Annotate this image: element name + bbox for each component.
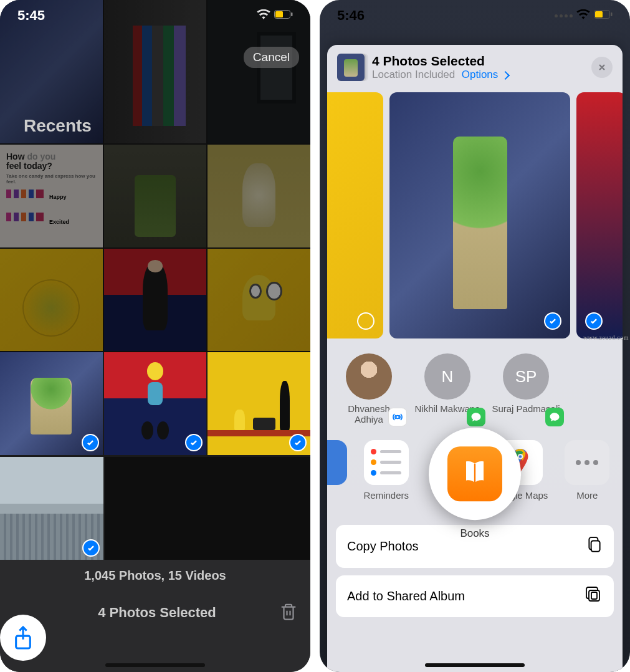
contact-item[interactable]: SP Suraj Padmasali bbox=[492, 353, 560, 425]
svg-rect-5 bbox=[595, 11, 603, 17]
wifi-icon bbox=[257, 9, 270, 22]
svg-point-11 bbox=[585, 460, 589, 465]
photo-thumb-selected[interactable] bbox=[208, 352, 310, 455]
share-preview-strip[interactable] bbox=[327, 87, 623, 347]
share-sheet-title: 4 Photos Selected bbox=[372, 54, 584, 69]
svg-rect-2 bbox=[275, 11, 283, 17]
shared-album-icon bbox=[585, 587, 603, 606]
status-time: 5:45 bbox=[17, 7, 45, 24]
home-indicator[interactable] bbox=[105, 663, 205, 667]
checkmark-icon[interactable] bbox=[544, 312, 561, 330]
label-happy: Happy bbox=[49, 194, 67, 200]
checkmark-icon bbox=[82, 539, 100, 557]
messages-icon bbox=[545, 408, 564, 426]
share-preview-thumb bbox=[337, 54, 365, 81]
cancel-button[interactable]: Cancel bbox=[244, 47, 299, 68]
bottom-toolbar: 1,045 Photos, 15 Videos 4 Photos Selecte… bbox=[0, 560, 310, 672]
close-button[interactable] bbox=[591, 57, 613, 78]
photo-thumb[interactable] bbox=[208, 145, 310, 247]
library-summary: 1,045 Photos, 15 Videos bbox=[84, 569, 226, 583]
svg-rect-3 bbox=[291, 12, 293, 16]
wifi-icon bbox=[576, 9, 590, 22]
avatar bbox=[346, 353, 392, 400]
share-preview-card[interactable] bbox=[327, 92, 383, 338]
trash-icon[interactable] bbox=[279, 602, 298, 624]
airdrop-icon bbox=[388, 408, 407, 426]
phone-left-photos-selection: Recents Cancel How do youfeel today? Tak… bbox=[0, 0, 310, 672]
svg-point-10 bbox=[576, 460, 581, 465]
selected-row bbox=[0, 352, 310, 455]
battery-icon bbox=[594, 10, 613, 21]
checkmark-icon bbox=[82, 434, 99, 451]
action-add-shared-album[interactable]: Add to Shared Album bbox=[336, 575, 614, 617]
photo-thumb-selected[interactable] bbox=[0, 352, 103, 455]
checkmark-icon bbox=[185, 434, 203, 451]
svg-point-7 bbox=[396, 415, 399, 418]
svg-point-12 bbox=[593, 460, 598, 465]
photo-thumb[interactable] bbox=[208, 249, 310, 352]
quote-heading: How do youfeel today? bbox=[6, 151, 55, 171]
app-label: Reminders bbox=[363, 490, 409, 501]
avatar: N bbox=[424, 353, 470, 400]
status-time: 5:46 bbox=[337, 7, 365, 24]
more-icon bbox=[565, 440, 609, 485]
share-sheet-header: 4 Photos Selected Location Included Opti… bbox=[327, 45, 623, 87]
close-icon bbox=[597, 62, 607, 72]
watermark-text: www.zeuad.com bbox=[583, 334, 629, 341]
svg-rect-14 bbox=[591, 540, 600, 551]
copy-icon bbox=[586, 536, 603, 557]
share-button[interactable] bbox=[0, 615, 46, 661]
chevron-right-icon bbox=[501, 70, 510, 79]
share-options-link[interactable]: Options bbox=[462, 69, 508, 80]
svg-rect-16 bbox=[591, 592, 597, 599]
photo-thumb[interactable] bbox=[104, 249, 207, 352]
photo-thumb[interactable] bbox=[104, 145, 207, 247]
battery-icon bbox=[274, 10, 293, 21]
action-label: Copy Photos bbox=[347, 539, 419, 554]
app-label: More bbox=[576, 490, 598, 501]
share-icon bbox=[12, 625, 34, 650]
photo-thumb-selected[interactable] bbox=[104, 352, 207, 455]
reminders-icon bbox=[364, 440, 409, 485]
books-icon bbox=[447, 446, 502, 501]
messages-icon bbox=[467, 408, 485, 426]
checkmark-icon[interactable] bbox=[585, 312, 603, 330]
photo-grid: Recents Cancel How do youfeel today? Tak… bbox=[0, 0, 310, 351]
unselected-circle-icon[interactable] bbox=[357, 312, 375, 330]
status-bar: 5:46 bbox=[320, 0, 630, 31]
label-excited: Excited bbox=[49, 219, 69, 225]
photo-thumb[interactable] bbox=[0, 249, 103, 352]
contact-item[interactable]: N Nikhil Makwana bbox=[413, 353, 482, 425]
airdrop-contacts-row[interactable]: Dhvanesh Adhiya N Nikhil Makwana SP Sura… bbox=[327, 347, 623, 438]
contact-item[interactable]: Dhvanesh Adhiya bbox=[335, 353, 403, 425]
home-indicator[interactable] bbox=[425, 663, 525, 667]
status-bar: 5:45 bbox=[0, 0, 310, 31]
selection-count-label: 4 Photos Selected bbox=[98, 605, 216, 621]
quote-subtext: Take one candy and express how you feel. bbox=[6, 174, 103, 185]
share-sheet-subtitle: Location Included bbox=[372, 69, 455, 80]
share-preview-card[interactable] bbox=[576, 92, 623, 338]
signal-dots-icon bbox=[555, 14, 573, 17]
share-sheet: 4 Photos Selected Location Included Opti… bbox=[327, 45, 623, 672]
photo-thumb[interactable]: How do youfeel today? Take one candy and… bbox=[0, 145, 103, 247]
svg-rect-13 bbox=[474, 463, 475, 482]
avatar: SP bbox=[503, 353, 549, 400]
app-share-target-reminders[interactable]: Reminders bbox=[358, 440, 414, 501]
action-label: Add to Shared Album bbox=[347, 589, 465, 603]
share-preview-card[interactable] bbox=[389, 92, 570, 338]
app-share-target-partial[interactable] bbox=[327, 440, 347, 485]
svg-rect-6 bbox=[611, 12, 613, 16]
app-share-target-books-highlighted[interactable]: Books bbox=[429, 428, 521, 520]
svg-point-9 bbox=[519, 455, 522, 458]
checkmark-icon bbox=[289, 434, 307, 451]
app-label: Books bbox=[460, 527, 489, 540]
app-share-target-more[interactable]: More bbox=[560, 440, 616, 501]
photo-thumb-selected[interactable] bbox=[0, 457, 103, 560]
